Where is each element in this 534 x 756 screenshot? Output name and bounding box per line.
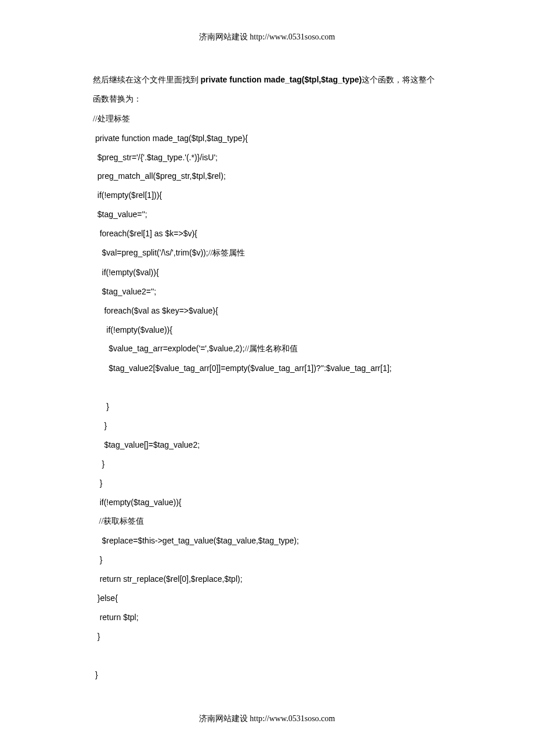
- code-line: $tag_value2[$value_tag_arr[0]]=empty($va…: [93, 359, 441, 378]
- code-line: if(!empty($rel[1])){: [93, 186, 441, 205]
- code-line: if(!empty($val)){: [93, 263, 441, 282]
- code-line: preg_match_all($preg_str,$tpl,$rel);: [93, 167, 441, 186]
- code-line: }: [93, 474, 441, 493]
- code-line: }: [93, 455, 441, 474]
- code-line: return str_replace($rel[0],$replace,$tpl…: [93, 570, 441, 589]
- comment-text: //标签属性: [208, 249, 246, 257]
- comment-text: //属性名称和值: [244, 344, 298, 353]
- code-line: }: [93, 627, 441, 646]
- code-text: $val=preg_split('/\s/',trim($v));: [93, 248, 208, 257]
- intro-text-pre: 然后继续在这个文件里面找到: [93, 75, 201, 84]
- code-line: }else{: [93, 589, 441, 608]
- code-line: }: [93, 416, 441, 435]
- code-line: foreach($val as $key=>$value){: [93, 301, 441, 321]
- comment-text: //获取标签值: [93, 517, 144, 525]
- code-line: }: [93, 397, 441, 416]
- code-line: [93, 646, 441, 665]
- intro-bold-code: private function made_tag($tpl,$tag_type…: [201, 75, 362, 84]
- code-line: $value_tag_arr=explode('=',$value,2);//属…: [93, 339, 441, 359]
- code-line: foreach($rel[1] as $k=>$v){: [93, 224, 441, 243]
- code-line: if(!empty($value)){: [93, 321, 441, 340]
- code-line: $val=preg_split('/\s/',trim($v));//标签属性: [93, 243, 441, 263]
- code-line: $tag_value2='';: [93, 282, 441, 301]
- document-page: 济南网站建设 http://www.0531soso.com 然后继续在这个文件…: [0, 0, 534, 756]
- code-line: //处理标签: [93, 109, 441, 129]
- code-line: $replace=$this->get_tag_value($tag_value…: [93, 531, 441, 550]
- code-line: return $tpl;: [93, 608, 441, 627]
- page-footer: 济南网站建设 http://www.0531soso.com: [0, 714, 534, 724]
- code-line: [93, 378, 441, 397]
- code-line: //获取标签值: [93, 512, 441, 531]
- code-line: private function made_tag($tpl,$tag_type…: [93, 129, 441, 148]
- code-line: $tag_value='';: [93, 205, 441, 224]
- code-line: $tag_value[]=$tag_value2;: [93, 435, 441, 455]
- code-text: $value_tag_arr=explode('=',$value,2);: [93, 344, 244, 353]
- code-line: }: [93, 550, 441, 570]
- code-line: $preg_str='/{'.$tag_type.'(.*)}/isU';: [93, 148, 441, 167]
- code-line: }: [93, 665, 441, 685]
- comment-text: //处理标签: [93, 114, 130, 123]
- intro-paragraph: 然后继续在这个文件里面找到 private function made_tag(…: [93, 70, 441, 109]
- document-body: 然后继续在这个文件里面找到 private function made_tag(…: [0, 70, 534, 685]
- code-line: if(!empty($tag_value)){: [93, 493, 441, 512]
- page-header: 济南网站建设 http://www.0531soso.com: [0, 32, 534, 42]
